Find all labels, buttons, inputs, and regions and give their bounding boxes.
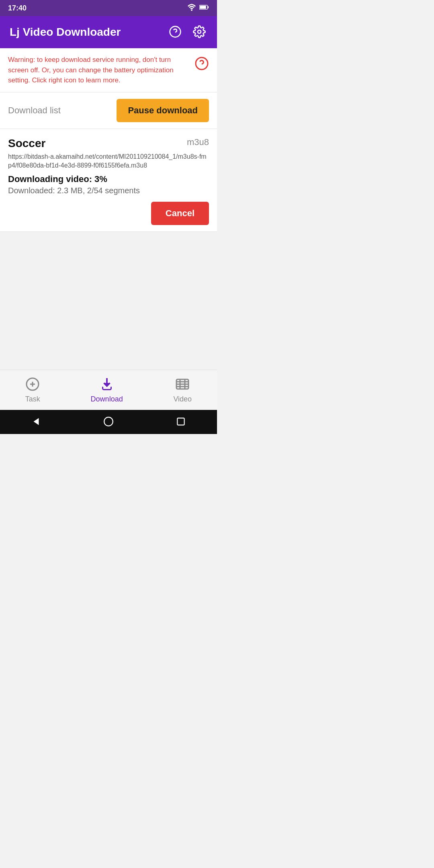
cancel-button[interactable]: Cancel — [151, 202, 209, 225]
svg-point-6 — [198, 30, 201, 33]
nav-video-label: Video — [173, 395, 192, 403]
item-progress: Downloading video: 3% — [8, 174, 209, 184]
download-icon — [100, 377, 114, 393]
help-circle-icon — [169, 25, 182, 38]
svg-rect-3 — [200, 6, 206, 9]
nav-download-label: Download — [91, 395, 123, 403]
recent-button[interactable] — [172, 413, 189, 431]
nav-task-label: Task — [25, 395, 40, 403]
app-bar: Lj Video Downloader — [0, 16, 217, 48]
nav-download[interactable]: Download — [83, 374, 131, 407]
warning-text: Warning: to keep download service runnin… — [8, 55, 189, 86]
nav-video[interactable]: Video — [165, 374, 200, 407]
settings-icon-button[interactable] — [191, 24, 207, 41]
app-bar-icons — [167, 24, 207, 41]
svg-point-0 — [191, 10, 192, 11]
task-icon — [25, 377, 40, 393]
home-button[interactable] — [100, 413, 117, 431]
app-title: Lj Video Downloader — [10, 26, 121, 39]
status-time: 17:40 — [8, 4, 27, 12]
item-downloaded: Downloaded: 2.3 MB, 2/54 segments — [8, 186, 209, 195]
item-name: Soccer — [8, 137, 45, 150]
svg-rect-2 — [208, 6, 209, 8]
nav-task[interactable]: Task — [17, 374, 48, 407]
item-header: Soccer m3u8 — [8, 137, 209, 150]
svg-rect-21 — [177, 418, 184, 425]
item-type: m3u8 — [187, 137, 209, 147]
pause-download-button[interactable]: Pause download — [117, 99, 209, 122]
section-title: Download list — [8, 105, 61, 116]
help-icon-button[interactable] — [167, 24, 183, 41]
back-button[interactable] — [28, 413, 45, 431]
home-icon — [103, 416, 114, 427]
recent-icon — [176, 416, 186, 427]
video-icon — [175, 377, 190, 393]
item-url: https://bitdash-a.akamaihd.net/content/M… — [8, 152, 209, 170]
svg-point-20 — [104, 417, 113, 426]
section-header: Download list Pause download — [0, 92, 217, 129]
bottom-nav: Task Download Video — [0, 370, 217, 410]
battery-icon — [199, 4, 209, 12]
status-icons — [187, 4, 209, 12]
warning-banner: Warning: to keep download service runnin… — [0, 48, 217, 92]
warning-help-icon[interactable] — [194, 56, 209, 72]
settings-icon — [193, 25, 206, 38]
back-icon — [31, 416, 41, 427]
svg-marker-19 — [34, 418, 39, 425]
status-bar: 17:40 — [0, 0, 217, 16]
download-item: Soccer m3u8 https://bitdash-a.akamaihd.n… — [0, 129, 217, 232]
wifi-icon — [187, 4, 196, 12]
system-nav-bar — [0, 410, 217, 434]
